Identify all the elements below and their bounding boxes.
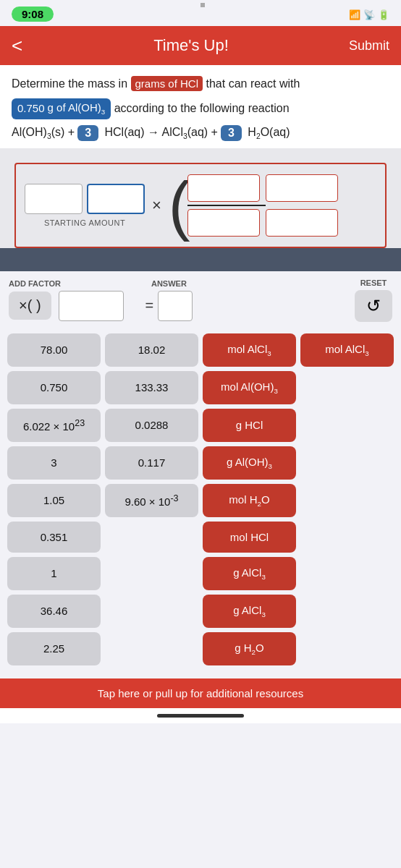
keypad-empty xyxy=(105,557,198,590)
frac-input-bot1[interactable] xyxy=(187,209,260,237)
keypad-empty xyxy=(105,632,198,665)
multiply-symbol: × xyxy=(152,196,161,215)
reaction-line: Al(OH)3(s) + 3 HCl(aq) → AlCl3(aq) + 3 H… xyxy=(12,125,389,141)
keypad-button[interactable]: g AlCl3 xyxy=(203,595,296,628)
keypad-button[interactable]: 0.0288 xyxy=(105,409,198,442)
answer-box: = xyxy=(145,291,193,321)
header: < Time's Up! Submit xyxy=(0,26,401,65)
fraction-row-bottom xyxy=(187,209,338,237)
reset-icon: ↺ xyxy=(366,296,381,316)
coeff1: 3 xyxy=(77,125,98,141)
reaction-part2: HCl(aq) → AlCl3(aq) + xyxy=(101,126,218,140)
sa-inputs xyxy=(25,184,145,214)
add-factor-button[interactable]: ×( ) xyxy=(9,292,51,320)
starting-amount-label: STARTING AMOUNT xyxy=(44,218,125,227)
status-dot xyxy=(200,3,205,7)
keypad-button[interactable]: 2.25 xyxy=(7,632,101,665)
keypad-empty xyxy=(300,484,394,517)
keypad-empty xyxy=(300,409,394,442)
back-button[interactable]: < xyxy=(12,35,33,57)
factor-input[interactable] xyxy=(59,291,124,321)
frac-input-bot2[interactable] xyxy=(266,209,338,237)
keypad-button[interactable]: 0.750 xyxy=(7,371,101,404)
coeff2: 3 xyxy=(221,125,242,141)
fraction-container: ( xyxy=(169,173,338,238)
keypad-empty xyxy=(300,557,394,590)
keypad-button[interactable]: mol AlCl3 xyxy=(203,333,296,367)
reset-label: RESET xyxy=(360,278,387,287)
keypad-button[interactable]: mol Al(OH)3 xyxy=(203,371,296,404)
amount-unit: g of Al(OH)3 xyxy=(48,100,106,118)
keypad-button[interactable]: g HCl xyxy=(203,409,296,442)
keypad-button[interactable]: g AlCl3 xyxy=(203,557,296,590)
answer-input[interactable] xyxy=(158,291,193,321)
reset-button[interactable]: ↺ xyxy=(355,290,392,322)
keypad-empty xyxy=(300,632,394,665)
equals-sign: = xyxy=(145,297,154,314)
signal-icon: 📶 xyxy=(349,9,360,20)
keypad-empty xyxy=(105,595,198,628)
keypad-empty xyxy=(300,522,394,553)
frac-input-top2[interactable] xyxy=(266,174,338,202)
submit-button[interactable]: Submit xyxy=(349,38,389,54)
keypad-button[interactable]: g H2O xyxy=(203,632,296,665)
sa-input-numerator[interactable] xyxy=(25,184,83,214)
keypad-button[interactable]: mol H2O xyxy=(203,484,296,517)
home-indicator xyxy=(0,708,401,723)
question-area: Determine the mass in grams of HCl that … xyxy=(0,65,401,148)
status-icons: 📶 📡 🔋 xyxy=(349,9,389,20)
keypad-button[interactable]: 18.02 xyxy=(105,333,198,367)
keypad-empty xyxy=(300,595,394,628)
question-line1: Determine the mass in grams of HCl that … xyxy=(12,75,389,93)
q-post: that can react with xyxy=(206,77,300,90)
bottom-bar-text: Tap here or pull up for additional resou… xyxy=(98,687,303,699)
keypad-button[interactable]: g Al(OH)3 xyxy=(203,446,296,480)
sa-input-denominator[interactable] xyxy=(87,184,145,214)
keypad: 78.0018.02mol AlCl3mol AlCl30.750133.33m… xyxy=(0,329,401,673)
keypad-button[interactable]: 36.46 xyxy=(7,595,101,628)
status-time: 9:08 xyxy=(12,7,54,22)
frac-input-top1[interactable] xyxy=(187,174,260,202)
fraction-row-top xyxy=(187,174,338,202)
reset-group: RESET ↺ xyxy=(355,278,392,322)
question-line2: 0.750 g of Al(OH)3 according to the foll… xyxy=(12,98,389,119)
amount-value: 0.750 xyxy=(17,101,45,117)
bottom-bar[interactable]: Tap here or pull up for additional resou… xyxy=(0,678,401,708)
add-factor-label: ADD FACTOR xyxy=(9,279,124,288)
wifi-icon: 📡 xyxy=(363,9,375,20)
calculator-area: STARTING AMOUNT × ( xyxy=(14,163,387,248)
add-factor-group: ADD FACTOR ×( ) xyxy=(9,279,124,321)
keypad-button[interactable]: 3 xyxy=(7,446,101,480)
keypad-button[interactable]: 0.351 xyxy=(7,522,101,553)
keypad-empty xyxy=(105,522,198,553)
keypad-button[interactable]: 9.60 × 10-3 xyxy=(105,484,198,517)
reaction-part1: Al(OH)3(s) + xyxy=(12,126,75,140)
home-bar xyxy=(157,714,244,718)
amount-highlight: 0.750 g of Al(OH)3 xyxy=(12,98,111,119)
keypad-button[interactable]: mol HCl xyxy=(203,522,296,553)
keypad-button[interactable]: 1 xyxy=(7,557,101,590)
grams-highlight: grams of HCl xyxy=(131,76,203,91)
header-title: Time's Up! xyxy=(33,36,349,55)
keypad-empty xyxy=(300,371,394,404)
keypad-button[interactable]: 0.117 xyxy=(105,446,198,480)
answer-label: ANSWER xyxy=(151,279,187,288)
keypad-button[interactable]: 133.33 xyxy=(105,371,198,404)
keypad-button[interactable]: mol AlCl3 xyxy=(300,333,394,367)
add-factor-row: ×( ) xyxy=(9,291,124,321)
answer-group: ANSWER = xyxy=(145,279,193,321)
status-bar: 9:08 📶 📡 🔋 xyxy=(0,0,401,26)
keypad-button[interactable]: 6.022 × 1023 xyxy=(7,409,101,442)
keypad-empty xyxy=(300,446,394,480)
q-post2: according to the following reaction xyxy=(114,102,290,114)
controls-row: ADD FACTOR ×( ) ANSWER = RESET ↺ xyxy=(0,271,401,329)
fraction-group xyxy=(187,174,338,237)
keypad-button[interactable]: 78.00 xyxy=(7,333,101,367)
starting-amount-box: STARTING AMOUNT xyxy=(25,184,145,227)
reaction-part3: H2O(aq) xyxy=(245,126,290,140)
fraction-line xyxy=(187,205,266,206)
keypad-button[interactable]: 1.05 xyxy=(7,484,101,517)
dark-divider xyxy=(0,248,401,271)
battery-icon: 🔋 xyxy=(378,9,389,20)
q-pre: Determine the mass in xyxy=(12,77,127,90)
